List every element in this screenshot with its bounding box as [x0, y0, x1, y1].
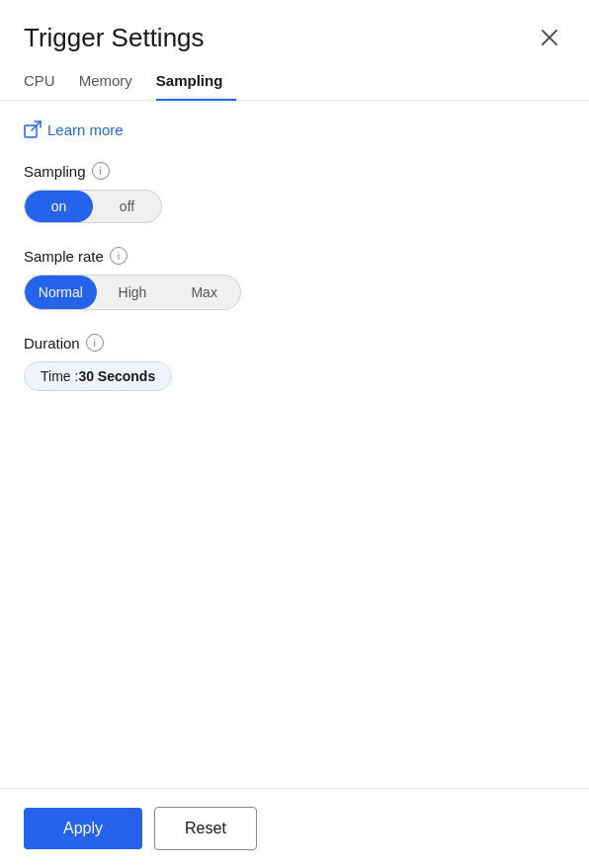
close-button[interactable] — [534, 22, 565, 53]
duration-info-icon[interactable]: i — [86, 334, 104, 352]
sample-rate-label-row: Sample rate i — [24, 247, 565, 265]
duration-label-row: Duration i — [24, 334, 565, 352]
sample-rate-label: Sample rate — [24, 248, 104, 265]
dialog-title: Trigger Settings — [24, 23, 205, 53]
dialog-footer: Apply Reset — [0, 788, 589, 868]
duration-label: Duration — [24, 335, 80, 352]
duration-value: 30 Seconds — [78, 368, 155, 384]
duration-prefix: Time : — [41, 368, 78, 384]
learn-more-link[interactable]: Learn more — [24, 120, 565, 138]
toggle-on[interactable]: on — [25, 191, 93, 222]
duration-chip[interactable]: Time : 30 Seconds — [24, 361, 172, 391]
sampling-toggle[interactable]: on off — [24, 190, 162, 223]
sample-rate-section: Sample rate i Normal High Max — [24, 247, 565, 310]
dialog-header: Trigger Settings — [0, 0, 589, 63]
sampling-label: Sampling — [24, 163, 86, 180]
close-icon — [541, 29, 558, 46]
external-link-icon — [24, 120, 42, 138]
sampling-info-icon[interactable]: i — [92, 162, 110, 180]
sampling-label-row: Sampling i — [24, 162, 565, 180]
sampling-section: Sampling i on off — [24, 162, 565, 223]
rate-high[interactable]: High — [97, 276, 169, 309]
tab-sampling[interactable]: Sampling — [156, 64, 237, 101]
tab-bar: CPU Memory Sampling — [0, 63, 589, 101]
reset-button[interactable]: Reset — [154, 807, 257, 850]
content-area: Learn more Sampling i on off Sample rate… — [0, 101, 589, 788]
tab-memory[interactable]: Memory — [79, 64, 146, 101]
rate-max[interactable]: Max — [168, 276, 240, 309]
rate-normal[interactable]: Normal — [25, 276, 97, 309]
learn-more-label: Learn more — [47, 121, 124, 138]
sample-rate-selector[interactable]: Normal High Max — [24, 275, 241, 310]
toggle-off[interactable]: off — [93, 191, 161, 222]
apply-button[interactable]: Apply — [24, 808, 142, 849]
sample-rate-info-icon[interactable]: i — [110, 247, 127, 265]
tab-cpu[interactable]: CPU — [24, 64, 69, 101]
trigger-settings-dialog: Trigger Settings CPU Memory Sampling Lea… — [0, 0, 589, 868]
duration-section: Duration i Time : 30 Seconds — [24, 334, 565, 391]
